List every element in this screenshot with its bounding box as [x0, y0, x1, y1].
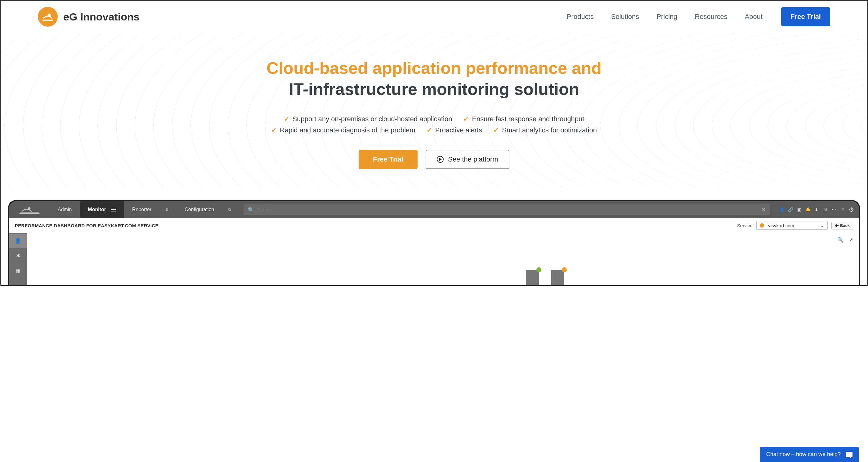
tab-monitor[interactable]: Monitor — [80, 201, 124, 218]
sidebar-user-icon[interactable]: 👤 — [9, 233, 27, 248]
dashboard-header-bar: PERFORMANCE DASHBOARD FOR EASYKART.COM S… — [9, 218, 859, 233]
status-dot-icon — [760, 223, 764, 228]
check-icon: ✓ — [463, 115, 469, 123]
nav-solutions[interactable]: Solutions — [611, 13, 639, 21]
back-label: Back — [840, 223, 850, 228]
top-nav: eG Innovations Products Solutions Pricin… — [1, 1, 867, 33]
monitor-search[interactable]: 🔍 ✕ — [244, 204, 770, 215]
feature-text: Rapid and accurate diagnosis of the prob… — [280, 126, 415, 134]
nav-products[interactable]: Products — [567, 13, 594, 21]
feature-text: Smart analytics for optimization — [502, 126, 597, 134]
monitor-topbar: Admin Monitor Reporter⧉ Configuration⧉ 🔍… — [9, 201, 859, 218]
hero: Cloud-based application performance and … — [1, 33, 867, 188]
help-icon[interactable]: ? — [840, 207, 845, 212]
power-icon[interactable]: ⏻ — [849, 207, 854, 212]
check-icon: ✓ — [284, 115, 289, 123]
feature-text: Proactive alerts — [435, 126, 483, 134]
topology-diagram — [526, 270, 564, 285]
tab-label: Admin — [58, 207, 72, 212]
see-platform-button[interactable]: See the platform — [426, 150, 509, 169]
sidebar-grid-icon[interactable]: ▦ — [9, 263, 27, 278]
chevron-down-icon: ⌄ — [820, 223, 824, 228]
nav-free-trial-button[interactable]: Free Trial — [781, 7, 830, 26]
service-name: easykart.com — [767, 223, 818, 228]
hero-headline: Cloud-based application performance and … — [13, 58, 855, 100]
canvas-tools: 🔍 ⤢ — [837, 237, 853, 243]
search-icon: 🔍 — [248, 207, 254, 213]
screen-icon[interactable]: ▣ — [797, 207, 802, 212]
tab-label: Monitor — [88, 207, 106, 212]
cta-row: Free Trial See the platform — [13, 150, 855, 169]
server-node[interactable] — [551, 270, 564, 285]
monitor-toolbar-icons: 👤 🔗 ▣ 🔔 ⬇ ⇲ ⋯ ? ⏻ — [774, 201, 859, 218]
feature-text: Ensure fast response and throughput — [472, 115, 584, 123]
dashboard-title: PERFORMANCE DASHBOARD FOR EASYKART.COM S… — [15, 223, 158, 228]
service-dropdown[interactable]: easykart.com ⌄ — [756, 221, 828, 230]
download-icon[interactable]: ⬇ — [814, 207, 819, 212]
feature-item: ✓Ensure fast response and throughput — [463, 115, 584, 123]
zoom-icon[interactable]: 🔍 — [837, 237, 843, 243]
dashboard-body: 👤 ✱ ▦ 🔍 ⤢ — [9, 233, 859, 285]
sidebar-topology-icon[interactable]: ✱ — [9, 248, 27, 263]
nav-pricing[interactable]: Pricing — [656, 13, 677, 21]
feature-item: ✓Smart analytics for optimization — [493, 126, 597, 134]
user-icon[interactable]: 👤 — [779, 207, 784, 212]
check-icon: ✓ — [271, 126, 277, 134]
server-node[interactable] — [526, 270, 539, 285]
popout-icon: ⧉ — [166, 207, 168, 212]
brand-name: eG Innovations — [63, 11, 140, 23]
dashboard-canvas: 🔍 ⤢ — [27, 233, 859, 285]
check-icon: ✓ — [427, 126, 432, 134]
hamburger-icon — [111, 208, 116, 211]
more-icon[interactable]: ⋯ — [831, 207, 836, 212]
monitor-logo[interactable] — [9, 201, 50, 218]
bell-icon[interactable]: 🔔 — [805, 207, 810, 212]
eg-logo-icon — [38, 7, 58, 27]
back-arrow-icon: 🡰 — [835, 223, 839, 228]
tab-reporter[interactable]: Reporter⧉ — [124, 201, 177, 218]
nav-resources[interactable]: Resources — [695, 13, 727, 21]
play-icon — [437, 156, 444, 163]
feature-item: ✓Support any on-premises or cloud-hosted… — [284, 115, 452, 123]
product-screenshot: Admin Monitor Reporter⧉ Configuration⧉ 🔍… — [8, 200, 860, 285]
tab-label: Reporter — [132, 207, 151, 212]
feature-list: ✓Support any on-premises or cloud-hosted… — [264, 115, 604, 134]
clear-search-icon[interactable]: ✕ — [762, 207, 766, 213]
check-icon: ✓ — [493, 126, 499, 134]
popout-icon: ⧉ — [228, 207, 231, 212]
search-input[interactable] — [257, 207, 762, 212]
nav-about[interactable]: About — [745, 13, 763, 21]
feature-text: Support any on-premises or cloud-hosted … — [292, 115, 452, 123]
see-platform-label: See the platform — [448, 155, 498, 163]
headline-line1: Cloud-based application performance and — [267, 59, 601, 77]
service-label: Service — [737, 223, 753, 228]
svg-point-1 — [28, 207, 30, 209]
export-icon[interactable]: ⇲ — [823, 207, 828, 212]
tab-admin[interactable]: Admin — [50, 201, 80, 218]
feature-item: ✓Proactive alerts — [427, 126, 483, 134]
tab-configuration[interactable]: Configuration⧉ — [177, 201, 239, 218]
nav-links: Products Solutions Pricing Resources Abo… — [567, 13, 763, 21]
link-icon[interactable]: 🔗 — [788, 207, 793, 212]
svg-point-0 — [48, 13, 51, 16]
hero-free-trial-button[interactable]: Free Trial — [359, 150, 417, 169]
fullscreen-icon[interactable]: ⤢ — [849, 237, 853, 243]
feature-item: ✓Rapid and accurate diagnosis of the pro… — [271, 126, 415, 134]
tab-label: Configuration — [185, 207, 214, 212]
brand-logo[interactable]: eG Innovations — [38, 7, 140, 27]
headline-line2: IT-infrastructure monitoring solution — [289, 80, 579, 98]
back-button[interactable]: 🡰 Back — [831, 222, 853, 229]
dashboard-sidebar: 👤 ✱ ▦ — [9, 233, 27, 285]
